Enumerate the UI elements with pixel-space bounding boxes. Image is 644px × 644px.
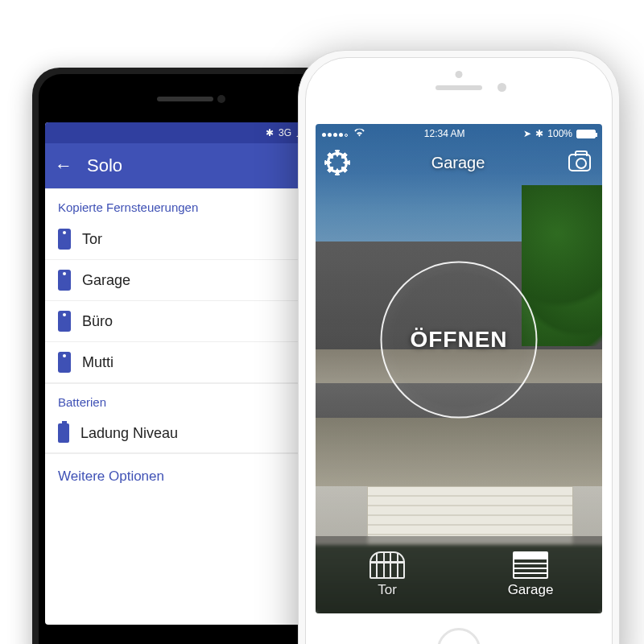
battery-icon bbox=[576, 130, 596, 138]
android-phone-mockup: ✱ 3G ← Solo Kopierte Fernsteuerungen Tor… bbox=[32, 68, 338, 644]
remote-icon bbox=[58, 352, 71, 373]
tab-garage[interactable]: Garage bbox=[459, 536, 602, 613]
ios-statusbar: 12:34 AM ➤ ✱ 100% bbox=[316, 124, 602, 143]
battery-percent: 100% bbox=[547, 128, 572, 139]
open-button-label: ÖFFNEN bbox=[410, 327, 507, 353]
android-bezel: ✱ 3G ← Solo Kopierte Fernsteuerungen Tor… bbox=[39, 74, 332, 644]
bluetooth-icon: ✱ bbox=[535, 128, 543, 139]
list-item-label: Tor bbox=[82, 231, 102, 248]
tab-label: Tor bbox=[378, 582, 397, 598]
android-statusbar: ✱ 3G bbox=[45, 122, 325, 143]
list-item-label: Mutti bbox=[82, 354, 114, 371]
list-item[interactable]: Tor bbox=[45, 219, 325, 260]
network-label: 3G bbox=[279, 127, 291, 138]
back-icon[interactable]: ← bbox=[55, 155, 72, 176]
camera-icon[interactable] bbox=[568, 154, 591, 171]
list-item[interactable]: Garage bbox=[45, 260, 325, 301]
list-item-label: Büro bbox=[82, 313, 113, 330]
ios-navbar: Garage bbox=[316, 143, 602, 182]
list-item[interactable]: Büro bbox=[45, 301, 325, 342]
remote-icon bbox=[58, 311, 71, 332]
bluetooth-icon: ✱ bbox=[266, 127, 274, 138]
iphone-front-camera bbox=[497, 83, 506, 92]
open-button[interactable]: ÖFFNEN bbox=[381, 261, 538, 418]
list-item[interactable]: Ladung Niveau bbox=[45, 414, 325, 453]
iphone-screen: 12:34 AM ➤ ✱ 100% Garage ÖFFNEN bbox=[316, 124, 602, 613]
more-options[interactable]: Weitere Optionen bbox=[45, 453, 325, 499]
list-item[interactable]: Mutti bbox=[45, 342, 325, 383]
gate-icon bbox=[369, 551, 405, 579]
remote-icon bbox=[58, 270, 71, 291]
tab-label: Garage bbox=[508, 582, 554, 598]
remote-icon bbox=[58, 229, 71, 250]
garage-icon bbox=[513, 551, 548, 579]
navbar-title: Garage bbox=[431, 154, 485, 172]
iphone-bezel: 12:34 AM ➤ ✱ 100% Garage ÖFFNEN bbox=[305, 57, 613, 644]
location-icon: ➤ bbox=[523, 128, 531, 139]
iphone-earpiece bbox=[436, 85, 482, 90]
android-earpiece bbox=[157, 97, 213, 101]
section-label-batteries: Batterien bbox=[45, 383, 325, 414]
section-label-remotes: Kopierte Fernsteuerungen bbox=[45, 188, 325, 219]
status-time: 12:34 AM bbox=[424, 128, 465, 139]
android-appbar: ← Solo bbox=[45, 143, 325, 188]
iphone-mockup: 12:34 AM ➤ ✱ 100% Garage ÖFFNEN bbox=[298, 50, 620, 644]
gear-icon[interactable] bbox=[327, 152, 348, 173]
iphone-home-button[interactable] bbox=[437, 628, 481, 644]
appbar-title: Solo bbox=[87, 155, 122, 176]
list-item-label: Ladung Niveau bbox=[80, 425, 178, 442]
list-item-label: Garage bbox=[82, 272, 130, 289]
signal-dots-icon bbox=[322, 128, 349, 139]
iphone-sensor bbox=[456, 71, 463, 78]
bottom-tabs: Tor Garage bbox=[316, 536, 602, 613]
battery-icon bbox=[58, 423, 69, 443]
wifi-icon bbox=[353, 128, 365, 139]
android-screen: ✱ 3G ← Solo Kopierte Fernsteuerungen Tor… bbox=[45, 122, 325, 625]
tab-tor[interactable]: Tor bbox=[316, 536, 459, 613]
android-sensor bbox=[217, 95, 225, 103]
